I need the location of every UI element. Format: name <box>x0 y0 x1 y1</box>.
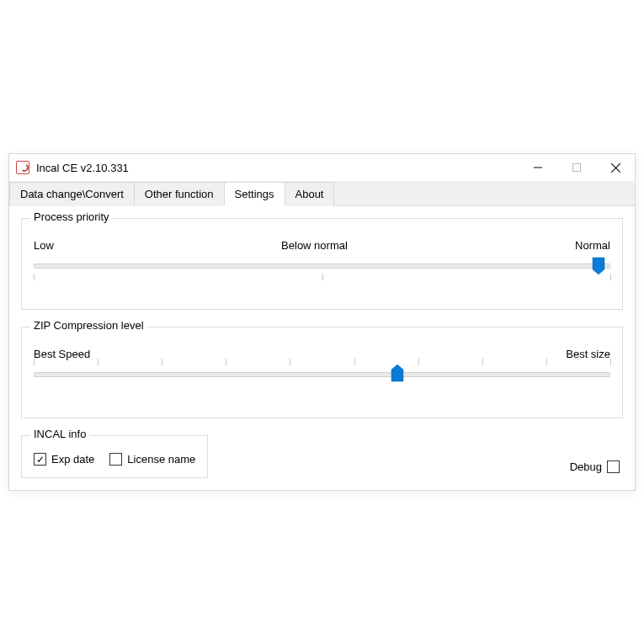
priority-label-low: Low <box>34 239 54 252</box>
bottom-row: INCAL info Exp date License name Debug <box>21 435 623 478</box>
priority-track <box>34 263 610 269</box>
settings-panel: Process priority Low Below normal Normal… <box>9 206 635 490</box>
window-controls <box>519 154 635 181</box>
exp-date-label: Exp date <box>51 453 94 466</box>
tab-settings[interactable]: Settings <box>224 182 285 206</box>
process-priority-group: Process priority Low Below normal Normal <box>21 218 623 310</box>
incal-checks: Exp date License name <box>34 453 195 466</box>
tab-data-change[interactable]: Data change\Convert <box>9 182 135 206</box>
priority-thumb[interactable] <box>592 257 605 275</box>
priority-labels: Low Below normal Normal <box>34 239 610 252</box>
tab-bar: Data change\Convert Other function Setti… <box>9 181 635 206</box>
zip-ticks <box>34 359 610 369</box>
zip-slider[interactable] <box>34 367 610 402</box>
titlebar-left: Incal CE v2.10.331 <box>16 161 129 174</box>
license-name-checkbox[interactable]: License name <box>109 453 195 466</box>
app-icon <box>16 161 29 174</box>
zip-track <box>34 372 610 377</box>
incal-legend: INCAL info <box>30 428 89 440</box>
zip-legend: ZIP Compression level <box>30 319 147 332</box>
priority-label-normal: Normal <box>575 239 610 252</box>
license-name-label: License name <box>127 453 195 466</box>
priority-ticks <box>34 274 610 284</box>
debug-label: Debug <box>570 460 602 473</box>
debug-box <box>607 460 620 473</box>
exp-date-checkbox[interactable]: Exp date <box>34 453 94 466</box>
window-title: Incal CE v2.10.331 <box>36 162 129 174</box>
debug-checkbox[interactable]: Debug <box>570 460 623 478</box>
license-name-box <box>109 453 122 466</box>
process-priority-legend: Process priority <box>30 210 113 223</box>
tab-other-function[interactable]: Other function <box>134 182 225 206</box>
zip-compression-group: ZIP Compression level Best Speed Best si… <box>21 327 623 418</box>
incal-info-group: INCAL info Exp date License name <box>21 435 208 478</box>
titlebar: Incal CE v2.10.331 <box>9 154 635 181</box>
maximize-button[interactable] <box>557 154 596 181</box>
exp-date-box <box>34 453 46 466</box>
close-button[interactable] <box>596 154 635 181</box>
minimize-button[interactable] <box>519 154 557 181</box>
priority-slider[interactable] <box>34 258 610 294</box>
svg-rect-1 <box>573 164 581 172</box>
tab-about[interactable]: About <box>285 182 335 206</box>
app-window: Incal CE v2.10.331 Data change\Convert O… <box>8 153 636 491</box>
priority-label-below-normal: Below normal <box>281 239 348 252</box>
